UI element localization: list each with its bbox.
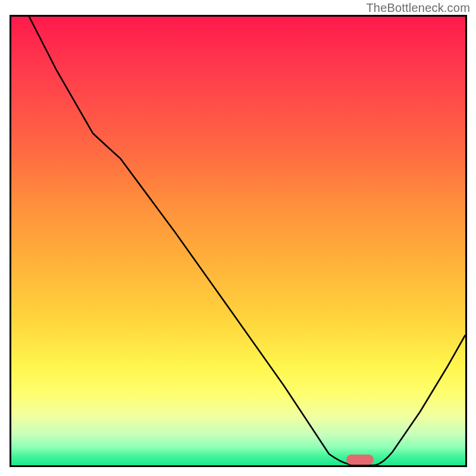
chart-curve-svg — [11, 17, 465, 465]
chart-frame — [10, 15, 467, 467]
optimal-range-marker — [346, 455, 374, 465]
watermark-text: TheBottleneck.com — [366, 1, 470, 15]
bottleneck-curve-path — [29, 17, 465, 465]
